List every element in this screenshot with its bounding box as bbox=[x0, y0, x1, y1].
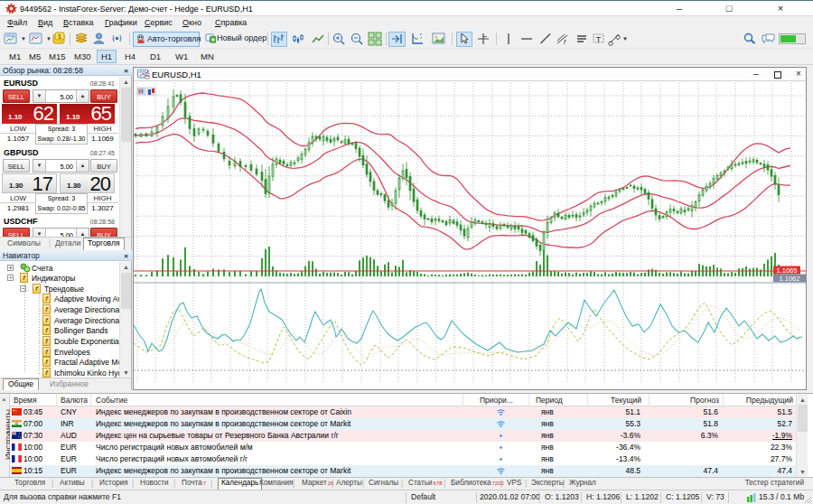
svg-text:1.1065: 1.1065 bbox=[777, 266, 798, 275]
svg-text:$: $ bbox=[58, 33, 61, 40]
svg-text:f: f bbox=[564, 39, 566, 45]
svg-text:T: T bbox=[596, 35, 602, 44]
svg-text:1.1062: 1.1062 bbox=[780, 275, 800, 283]
